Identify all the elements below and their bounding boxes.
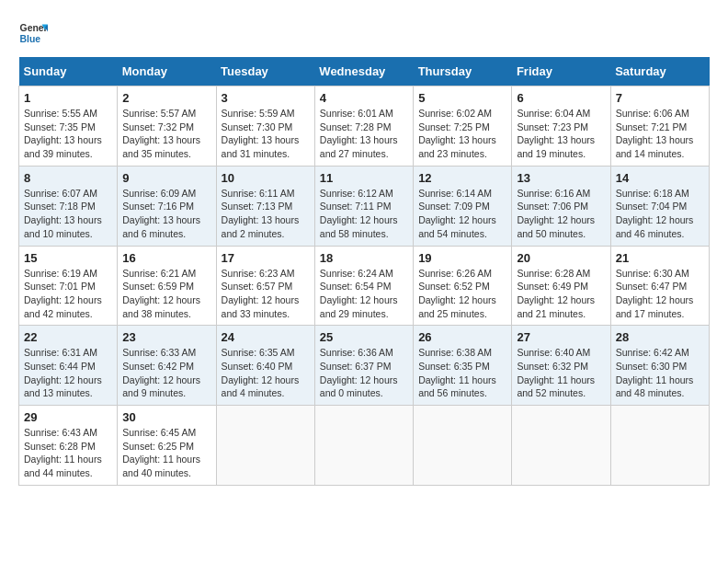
day-number: 5: [418, 91, 506, 105]
day-info: Sunrise: 6:40 AM Sunset: 6:32 PM Dayligh…: [517, 346, 605, 400]
calendar-cell: 18Sunrise: 6:24 AM Sunset: 6:54 PM Dayli…: [314, 246, 413, 326]
day-info: Sunrise: 6:21 AM Sunset: 6:59 PM Dayligh…: [122, 267, 210, 321]
calendar-cell: [610, 406, 709, 486]
calendar-cell: 16Sunrise: 6:21 AM Sunset: 6:59 PM Dayli…: [118, 246, 216, 326]
day-info: Sunrise: 6:12 AM Sunset: 7:11 PM Dayligh…: [320, 187, 408, 241]
calendar-cell: 13Sunrise: 6:16 AM Sunset: 7:06 PM Dayli…: [512, 166, 610, 246]
day-number: 2: [122, 91, 210, 105]
day-info: Sunrise: 6:35 AM Sunset: 6:40 PM Dayligh…: [222, 346, 310, 400]
day-number: 21: [616, 251, 704, 265]
day-info: Sunrise: 6:01 AM Sunset: 7:28 PM Dayligh…: [320, 107, 408, 161]
day-info: Sunrise: 6:18 AM Sunset: 7:04 PM Dayligh…: [616, 187, 704, 241]
day-info: Sunrise: 6:04 AM Sunset: 7:23 PM Dayligh…: [517, 107, 605, 161]
calendar-cell: 2Sunrise: 5:57 AM Sunset: 7:32 PM Daylig…: [118, 86, 216, 167]
calendar-cell: 15Sunrise: 6:19 AM Sunset: 7:01 PM Dayli…: [19, 246, 118, 326]
calendar-cell: [216, 406, 314, 486]
day-number: 27: [517, 330, 605, 344]
day-info: Sunrise: 6:23 AM Sunset: 6:57 PM Dayligh…: [222, 267, 310, 321]
day-info: Sunrise: 6:09 AM Sunset: 7:16 PM Dayligh…: [122, 187, 210, 241]
day-number: 9: [122, 171, 210, 185]
calendar-cell: 28Sunrise: 6:42 AM Sunset: 6:30 PM Dayli…: [610, 326, 709, 406]
calendar-cell: [414, 406, 512, 486]
day-info: Sunrise: 6:43 AM Sunset: 6:28 PM Dayligh…: [24, 426, 112, 480]
column-header-saturday: Saturday: [610, 57, 709, 86]
calendar-week-3: 15Sunrise: 6:19 AM Sunset: 7:01 PM Dayli…: [19, 246, 710, 326]
day-number: 26: [418, 330, 506, 344]
calendar-cell: 3Sunrise: 5:59 AM Sunset: 7:30 PM Daylig…: [216, 86, 314, 167]
day-number: 18: [320, 251, 408, 265]
calendar-week-5: 29Sunrise: 6:43 AM Sunset: 6:28 PM Dayli…: [19, 406, 710, 486]
day-info: Sunrise: 6:24 AM Sunset: 6:54 PM Dayligh…: [320, 267, 408, 321]
calendar-week-4: 22Sunrise: 6:31 AM Sunset: 6:44 PM Dayli…: [19, 326, 710, 406]
logo-icon: General Blue: [18, 18, 48, 48]
calendar-cell: 11Sunrise: 6:12 AM Sunset: 7:11 PM Dayli…: [314, 166, 413, 246]
day-info: Sunrise: 6:07 AM Sunset: 7:18 PM Dayligh…: [24, 187, 112, 241]
calendar-cell: 27Sunrise: 6:40 AM Sunset: 6:32 PM Dayli…: [512, 326, 610, 406]
calendar-cell: 26Sunrise: 6:38 AM Sunset: 6:35 PM Dayli…: [414, 326, 512, 406]
day-info: Sunrise: 6:30 AM Sunset: 6:47 PM Dayligh…: [616, 267, 704, 321]
calendar-week-1: 1Sunrise: 5:55 AM Sunset: 7:35 PM Daylig…: [19, 86, 710, 167]
day-info: Sunrise: 6:33 AM Sunset: 6:42 PM Dayligh…: [122, 346, 210, 400]
calendar-cell: 29Sunrise: 6:43 AM Sunset: 6:28 PM Dayli…: [19, 406, 118, 486]
calendar-cell: 21Sunrise: 6:30 AM Sunset: 6:47 PM Dayli…: [610, 246, 709, 326]
day-number: 30: [122, 410, 210, 424]
calendar-cell: 12Sunrise: 6:14 AM Sunset: 7:09 PM Dayli…: [414, 166, 512, 246]
calendar-cell: [512, 406, 610, 486]
day-info: Sunrise: 6:26 AM Sunset: 6:52 PM Dayligh…: [418, 267, 506, 321]
calendar-week-2: 8Sunrise: 6:07 AM Sunset: 7:18 PM Daylig…: [19, 166, 710, 246]
calendar-cell: 23Sunrise: 6:33 AM Sunset: 6:42 PM Dayli…: [118, 326, 216, 406]
day-number: 17: [222, 251, 310, 265]
day-info: Sunrise: 6:36 AM Sunset: 6:37 PM Dayligh…: [320, 346, 408, 400]
calendar-cell: 4Sunrise: 6:01 AM Sunset: 7:28 PM Daylig…: [314, 86, 413, 167]
day-number: 22: [24, 330, 112, 344]
day-number: 11: [320, 171, 408, 185]
calendar-cell: 30Sunrise: 6:45 AM Sunset: 6:25 PM Dayli…: [118, 406, 216, 486]
calendar-cell: 25Sunrise: 6:36 AM Sunset: 6:37 PM Dayli…: [314, 326, 413, 406]
calendar-cell: [314, 406, 413, 486]
column-header-friday: Friday: [512, 57, 610, 86]
day-number: 28: [616, 330, 704, 344]
calendar-cell: 22Sunrise: 6:31 AM Sunset: 6:44 PM Dayli…: [19, 326, 118, 406]
day-info: Sunrise: 5:55 AM Sunset: 7:35 PM Dayligh…: [24, 107, 112, 161]
day-info: Sunrise: 5:57 AM Sunset: 7:32 PM Dayligh…: [122, 107, 210, 161]
logo: General Blue: [18, 18, 48, 48]
calendar-table: SundayMondayTuesdayWednesdayThursdayFrid…: [18, 57, 710, 486]
calendar-cell: 9Sunrise: 6:09 AM Sunset: 7:16 PM Daylig…: [118, 166, 216, 246]
day-info: Sunrise: 6:31 AM Sunset: 6:44 PM Dayligh…: [24, 346, 112, 400]
calendar-cell: 20Sunrise: 6:28 AM Sunset: 6:49 PM Dayli…: [512, 246, 610, 326]
day-info: Sunrise: 6:38 AM Sunset: 6:35 PM Dayligh…: [418, 346, 506, 400]
calendar-cell: 6Sunrise: 6:04 AM Sunset: 7:23 PM Daylig…: [512, 86, 610, 167]
day-number: 13: [517, 171, 605, 185]
day-number: 7: [616, 91, 704, 105]
day-info: Sunrise: 6:19 AM Sunset: 7:01 PM Dayligh…: [24, 267, 112, 321]
day-info: Sunrise: 6:02 AM Sunset: 7:25 PM Dayligh…: [418, 107, 506, 161]
calendar-cell: 7Sunrise: 6:06 AM Sunset: 7:21 PM Daylig…: [610, 86, 709, 167]
calendar-header-row: SundayMondayTuesdayWednesdayThursdayFrid…: [19, 57, 710, 86]
calendar-cell: 5Sunrise: 6:02 AM Sunset: 7:25 PM Daylig…: [414, 86, 512, 167]
day-number: 8: [24, 171, 112, 185]
day-number: 19: [418, 251, 506, 265]
calendar-cell: 14Sunrise: 6:18 AM Sunset: 7:04 PM Dayli…: [610, 166, 709, 246]
day-info: Sunrise: 6:45 AM Sunset: 6:25 PM Dayligh…: [122, 426, 210, 480]
calendar-cell: 10Sunrise: 6:11 AM Sunset: 7:13 PM Dayli…: [216, 166, 314, 246]
column-header-sunday: Sunday: [19, 57, 118, 86]
day-info: Sunrise: 6:42 AM Sunset: 6:30 PM Dayligh…: [616, 346, 704, 400]
day-number: 23: [122, 330, 210, 344]
day-number: 4: [320, 91, 408, 105]
calendar-cell: 24Sunrise: 6:35 AM Sunset: 6:40 PM Dayli…: [216, 326, 314, 406]
svg-text:Blue: Blue: [20, 34, 41, 44]
day-info: Sunrise: 5:59 AM Sunset: 7:30 PM Dayligh…: [222, 107, 310, 161]
column-header-monday: Monday: [118, 57, 216, 86]
column-header-thursday: Thursday: [414, 57, 512, 86]
day-info: Sunrise: 6:11 AM Sunset: 7:13 PM Dayligh…: [222, 187, 310, 241]
column-header-wednesday: Wednesday: [314, 57, 413, 86]
day-number: 24: [222, 330, 310, 344]
calendar-cell: 19Sunrise: 6:26 AM Sunset: 6:52 PM Dayli…: [414, 246, 512, 326]
day-number: 6: [517, 91, 605, 105]
day-number: 14: [616, 171, 704, 185]
day-number: 12: [418, 171, 506, 185]
column-header-tuesday: Tuesday: [216, 57, 314, 86]
calendar-cell: 1Sunrise: 5:55 AM Sunset: 7:35 PM Daylig…: [19, 86, 118, 167]
day-number: 16: [122, 251, 210, 265]
day-number: 10: [222, 171, 310, 185]
